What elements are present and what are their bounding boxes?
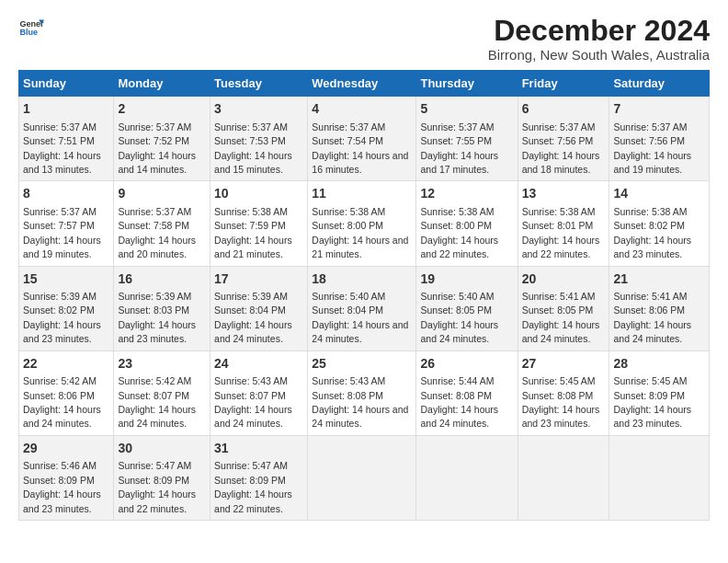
day-number: 19 <box>420 270 513 289</box>
page-header: General Blue December 2024 Birrong, New … <box>18 15 710 63</box>
sunrise-text: Sunrise: 5:39 AMSunset: 8:03 PMDaylight:… <box>118 291 196 344</box>
sunrise-text: Sunrise: 5:38 AMSunset: 7:59 PMDaylight:… <box>214 206 292 259</box>
sunrise-text: Sunrise: 5:37 AMSunset: 7:52 PMDaylight:… <box>118 121 196 175</box>
table-cell: 9Sunrise: 5:37 AMSunset: 7:58 PMDaylight… <box>114 181 210 266</box>
sunrise-text: Sunrise: 5:37 AMSunset: 7:55 PMDaylight:… <box>420 121 498 175</box>
table-cell: 22Sunrise: 5:42 AMSunset: 8:06 PMDayligh… <box>19 350 114 435</box>
table-cell: 5Sunrise: 5:37 AMSunset: 7:55 PMDaylight… <box>416 97 518 181</box>
sunrise-text: Sunrise: 5:47 AMSunset: 8:09 PMDaylight:… <box>118 460 196 513</box>
day-number: 18 <box>312 270 412 289</box>
header-tuesday: Tuesday <box>210 71 308 97</box>
header-friday: Friday <box>518 71 609 97</box>
table-cell: 19Sunrise: 5:40 AMSunset: 8:05 PMDayligh… <box>416 266 518 350</box>
table-cell: 29Sunrise: 5:46 AMSunset: 8:09 PMDayligh… <box>19 435 114 520</box>
logo-icon: General Blue <box>18 15 44 40</box>
sunrise-text: Sunrise: 5:38 AMSunset: 8:01 PMDaylight:… <box>522 206 600 259</box>
day-number: 27 <box>522 355 606 373</box>
day-number: 16 <box>118 270 206 289</box>
sunrise-text: Sunrise: 5:40 AMSunset: 8:05 PMDaylight:… <box>420 291 498 344</box>
main-title: December 2024 <box>488 15 710 47</box>
day-number: 30 <box>118 440 206 458</box>
table-cell: 17Sunrise: 5:39 AMSunset: 8:04 PMDayligh… <box>210 266 308 350</box>
svg-text:Blue: Blue <box>19 28 38 37</box>
table-cell: 7Sunrise: 5:37 AMSunset: 7:56 PMDaylight… <box>609 97 710 181</box>
calendar-row: 29Sunrise: 5:46 AMSunset: 8:09 PMDayligh… <box>19 435 710 520</box>
table-cell <box>416 435 518 520</box>
sunrise-text: Sunrise: 5:37 AMSunset: 7:51 PMDaylight:… <box>23 121 101 175</box>
table-cell: 18Sunrise: 5:40 AMSunset: 8:04 PMDayligh… <box>308 266 416 350</box>
subtitle: Birrong, New South Wales, Australia <box>488 47 710 63</box>
sunrise-text: Sunrise: 5:37 AMSunset: 7:57 PMDaylight:… <box>23 206 101 259</box>
day-number: 14 <box>613 185 705 203</box>
day-number: 24 <box>214 355 303 373</box>
table-cell: 28Sunrise: 5:45 AMSunset: 8:09 PMDayligh… <box>609 350 710 435</box>
sunrise-text: Sunrise: 5:41 AMSunset: 8:06 PMDaylight:… <box>613 291 691 344</box>
table-cell <box>308 435 416 520</box>
day-number: 29 <box>23 440 109 458</box>
table-cell <box>518 435 609 520</box>
sunrise-text: Sunrise: 5:37 AMSunset: 7:56 PMDaylight:… <box>522 121 600 175</box>
table-cell: 8Sunrise: 5:37 AMSunset: 7:57 PMDaylight… <box>19 181 114 266</box>
day-number: 8 <box>23 185 109 203</box>
calendar-table: Sunday Monday Tuesday Wednesday Thursday… <box>18 70 710 521</box>
day-number: 15 <box>23 270 109 289</box>
calendar-row: 8Sunrise: 5:37 AMSunset: 7:57 PMDaylight… <box>19 181 710 266</box>
table-cell: 21Sunrise: 5:41 AMSunset: 8:06 PMDayligh… <box>609 266 710 350</box>
table-cell: 23Sunrise: 5:42 AMSunset: 8:07 PMDayligh… <box>114 350 210 435</box>
sunrise-text: Sunrise: 5:39 AMSunset: 8:02 PMDaylight:… <box>23 291 101 344</box>
table-cell: 14Sunrise: 5:38 AMSunset: 8:02 PMDayligh… <box>609 181 710 266</box>
table-cell: 15Sunrise: 5:39 AMSunset: 8:02 PMDayligh… <box>19 266 114 350</box>
table-cell: 20Sunrise: 5:41 AMSunset: 8:05 PMDayligh… <box>518 266 609 350</box>
logo: General Blue <box>18 15 44 40</box>
sunrise-text: Sunrise: 5:45 AMSunset: 8:09 PMDaylight:… <box>613 375 691 429</box>
sunrise-text: Sunrise: 5:39 AMSunset: 8:04 PMDaylight:… <box>214 291 292 344</box>
table-cell: 30Sunrise: 5:47 AMSunset: 8:09 PMDayligh… <box>114 435 210 520</box>
sunrise-text: Sunrise: 5:43 AMSunset: 8:08 PMDaylight:… <box>312 375 408 429</box>
title-block: December 2024 Birrong, New South Wales, … <box>488 15 710 63</box>
day-number: 9 <box>118 185 206 203</box>
header-monday: Monday <box>114 71 210 97</box>
day-number: 21 <box>613 270 705 289</box>
calendar-body: 1Sunrise: 5:37 AMSunset: 7:51 PMDaylight… <box>19 97 710 521</box>
day-number: 2 <box>118 100 206 119</box>
day-number: 7 <box>613 100 705 119</box>
table-cell <box>609 435 710 520</box>
sunrise-text: Sunrise: 5:45 AMSunset: 8:08 PMDaylight:… <box>522 375 600 429</box>
calendar-header: Sunday Monday Tuesday Wednesday Thursday… <box>19 71 710 97</box>
sunrise-text: Sunrise: 5:44 AMSunset: 8:08 PMDaylight:… <box>420 375 498 429</box>
table-cell: 24Sunrise: 5:43 AMSunset: 8:07 PMDayligh… <box>210 350 308 435</box>
day-number: 4 <box>312 100 412 119</box>
header-row: Sunday Monday Tuesday Wednesday Thursday… <box>19 71 710 97</box>
table-cell: 27Sunrise: 5:45 AMSunset: 8:08 PMDayligh… <box>518 350 609 435</box>
day-number: 11 <box>312 185 412 203</box>
day-number: 5 <box>420 100 513 119</box>
day-number: 1 <box>23 100 109 119</box>
sunrise-text: Sunrise: 5:42 AMSunset: 8:06 PMDaylight:… <box>23 375 101 429</box>
table-cell: 1Sunrise: 5:37 AMSunset: 7:51 PMDaylight… <box>19 97 114 181</box>
day-number: 17 <box>214 270 303 289</box>
day-number: 25 <box>312 355 412 373</box>
sunrise-text: Sunrise: 5:43 AMSunset: 8:07 PMDaylight:… <box>214 375 292 429</box>
table-cell: 6Sunrise: 5:37 AMSunset: 7:56 PMDaylight… <box>518 97 609 181</box>
sunrise-text: Sunrise: 5:40 AMSunset: 8:04 PMDaylight:… <box>312 291 408 344</box>
day-number: 26 <box>420 355 513 373</box>
table-cell: 4Sunrise: 5:37 AMSunset: 7:54 PMDaylight… <box>308 97 416 181</box>
sunrise-text: Sunrise: 5:37 AMSunset: 7:56 PMDaylight:… <box>613 121 691 175</box>
sunrise-text: Sunrise: 5:42 AMSunset: 8:07 PMDaylight:… <box>118 375 196 429</box>
day-number: 20 <box>522 270 606 289</box>
sunrise-text: Sunrise: 5:41 AMSunset: 8:05 PMDaylight:… <box>522 291 600 344</box>
table-cell: 3Sunrise: 5:37 AMSunset: 7:53 PMDaylight… <box>210 97 308 181</box>
day-number: 23 <box>118 355 206 373</box>
day-number: 31 <box>214 440 303 458</box>
sunrise-text: Sunrise: 5:37 AMSunset: 7:58 PMDaylight:… <box>118 206 196 259</box>
table-cell: 11Sunrise: 5:38 AMSunset: 8:00 PMDayligh… <box>308 181 416 266</box>
table-cell: 16Sunrise: 5:39 AMSunset: 8:03 PMDayligh… <box>114 266 210 350</box>
day-number: 10 <box>214 185 303 203</box>
sunrise-text: Sunrise: 5:38 AMSunset: 8:00 PMDaylight:… <box>312 206 408 259</box>
day-number: 13 <box>522 185 606 203</box>
day-number: 3 <box>214 100 303 119</box>
table-cell: 12Sunrise: 5:38 AMSunset: 8:00 PMDayligh… <box>416 181 518 266</box>
header-saturday: Saturday <box>609 71 710 97</box>
sunrise-text: Sunrise: 5:37 AMSunset: 7:54 PMDaylight:… <box>312 121 408 175</box>
header-thursday: Thursday <box>416 71 518 97</box>
